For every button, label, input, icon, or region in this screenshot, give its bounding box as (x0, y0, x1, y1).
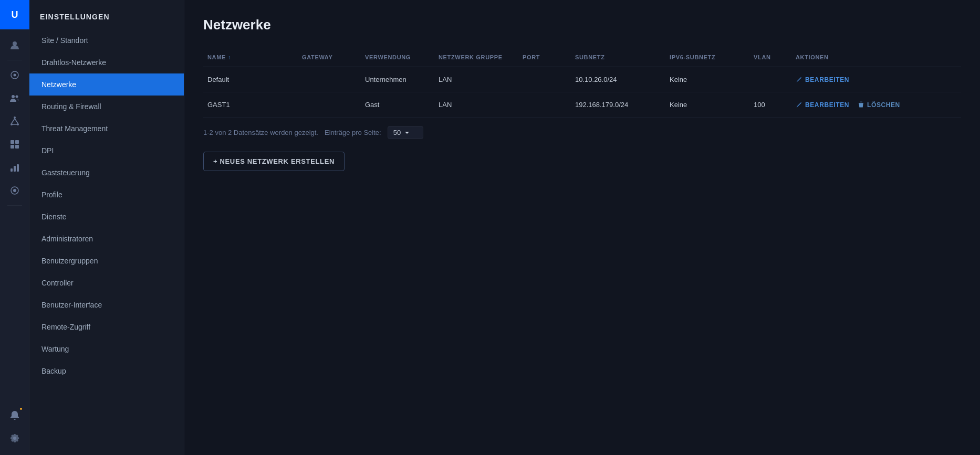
clients-icon[interactable] (4, 88, 25, 109)
col-vlan: VLAN (749, 52, 791, 62)
sidebar-item-wartung[interactable]: Wartung (29, 338, 184, 360)
main-content: Netzwerke NAME ↑ GATEWAY VERWENDUNG NETZ… (184, 0, 980, 455)
row-default-gruppe: LAN (434, 68, 518, 91)
trash-icon (858, 101, 864, 108)
col-aktionen: AKTIONEN (791, 52, 961, 62)
svg-point-2 (13, 41, 17, 46)
row-default-verwendung: Unternehmen (361, 68, 434, 91)
svg-text:U: U (11, 9, 18, 20)
circle-icon[interactable] (4, 180, 25, 201)
pagination-info: 1-2 von 2 Datensätze werden gezeigt. (203, 129, 318, 136)
page-title: Netzwerke (203, 17, 961, 33)
row-gast1-subnetz: 192.168.179.0/24 (571, 93, 665, 116)
svg-point-5 (12, 95, 15, 98)
col-gateway: GATEWAY (298, 52, 361, 62)
row-default-vlan (749, 72, 791, 87)
networks-table: NAME ↑ GATEWAY VERWENDUNG NETZWERK GRUPP… (203, 48, 961, 118)
icon-bar-items (0, 29, 29, 209)
settings-icon[interactable] (4, 428, 25, 449)
svg-point-7 (14, 117, 16, 119)
sidebar-item-controller[interactable]: Controller (29, 272, 184, 294)
sidebar: EINSTELLUNGEN Site / StandortDrahtlos-Ne… (29, 0, 184, 455)
bearbeiten-gast1-button[interactable]: BEARBEITEN (796, 101, 849, 109)
icon-bar: U (0, 0, 29, 455)
row-gast1-ipv6: Keine (665, 93, 749, 116)
sidebar-item-threat-management[interactable]: Threat Management (29, 118, 184, 140)
col-verwendung: VERWENDUNG (361, 52, 434, 62)
svg-line-11 (15, 119, 18, 123)
main-content-area: Netzwerke NAME ↑ GATEWAY VERWENDUNG NETZ… (184, 0, 980, 455)
profile-icon[interactable] (4, 35, 25, 56)
row-gast1-port (518, 98, 571, 112)
svg-rect-16 (15, 145, 19, 149)
col-netzwerk-gruppe: NETZWERK GRUPPE (434, 52, 518, 62)
row-default-ipv6: Keine (665, 68, 749, 91)
sidebar-item-dpi[interactable]: DPI (29, 140, 184, 162)
pagination-row: 1-2 von 2 Datensätze werden gezeigt. Ein… (203, 118, 961, 147)
col-ipv6: IPV6-SUBNETZ (665, 52, 749, 62)
row-gast1-gateway (298, 98, 361, 112)
bearbeiten-default-button[interactable]: BEARBEITEN (796, 76, 849, 83)
sort-asc-icon: ↑ (228, 55, 231, 60)
row-default-subnetz: 10.10.26.0/24 (571, 68, 665, 91)
row-default-port (518, 72, 571, 87)
svg-point-4 (13, 74, 16, 77)
row-gast1-name: GAST1 (203, 93, 298, 116)
svg-point-21 (13, 189, 16, 192)
app-logo[interactable]: U (0, 0, 29, 29)
per-page-value: 50 (393, 129, 401, 136)
sidebar-item-site-standort[interactable]: Site / Standort (29, 29, 184, 51)
icon-bar-bottom (4, 404, 25, 455)
notifications-icon[interactable] (4, 405, 25, 426)
row-gast1-gruppe: LAN (434, 93, 518, 116)
create-network-button[interactable]: + NEUES NETZWERK ERSTELLEN (203, 152, 345, 171)
grid-icon[interactable] (4, 134, 25, 155)
sidebar-item-benutzer-interface[interactable]: Benutzer-Interface (29, 294, 184, 316)
sidebar-item-netzwerke[interactable]: Netzwerke (29, 73, 184, 96)
bar-chart-icon[interactable] (4, 157, 25, 178)
table-header: NAME ↑ GATEWAY VERWENDUNG NETZWERK GRUPP… (203, 48, 961, 67)
table-row: Default Unternehmen LAN 10.10.26.0/24 Ke… (203, 67, 961, 92)
svg-rect-19 (17, 164, 19, 172)
svg-rect-15 (11, 145, 14, 149)
row-gast1-vlan: 100 (749, 93, 791, 116)
sidebar-item-profile[interactable]: Profile (29, 184, 184, 206)
col-name: NAME ↑ (203, 52, 298, 62)
row-default-name: Default (203, 68, 298, 91)
chevron-down-icon (404, 130, 410, 136)
edit-icon (796, 101, 802, 108)
per-page-label: Einträge pro Seite: (325, 129, 381, 136)
row-default-actions: BEARBEITEN (791, 69, 961, 91)
svg-line-10 (12, 119, 15, 123)
dashboard-icon[interactable] (4, 65, 25, 86)
col-subnetz: SUBNETZ (571, 52, 665, 62)
sidebar-item-remote-zugriff[interactable]: Remote-Zugriff (29, 316, 184, 338)
edit-icon (796, 76, 802, 83)
col-port: PORT (518, 52, 571, 62)
divider-2 (7, 205, 22, 206)
sidebar-item-drahtlos-netzwerke[interactable]: Drahtlos-Netzwerke (29, 51, 184, 73)
row-gast1-verwendung: Gast (361, 93, 434, 116)
sidebar-item-gaststeuerung[interactable]: Gaststeuerung (29, 162, 184, 184)
sidebar-header: EINSTELLUNGEN (29, 0, 184, 29)
per-page-select[interactable]: 50 (388, 126, 423, 139)
loeschen-gast1-button[interactable]: LÖSCHEN (858, 101, 900, 109)
svg-point-6 (15, 96, 18, 98)
svg-rect-17 (11, 168, 13, 172)
sidebar-item-routing-firewall[interactable]: Routing & Firewall (29, 96, 184, 118)
svg-rect-13 (11, 140, 14, 144)
svg-rect-18 (14, 166, 16, 172)
row-default-gateway (298, 72, 361, 87)
sidebar-item-backup[interactable]: Backup (29, 360, 184, 382)
divider-1 (7, 60, 22, 60)
row-gast1-actions: BEARBEITEN LÖSCHEN (791, 94, 961, 116)
sidebar-item-benutzergruppen[interactable]: Benutzergruppen (29, 250, 184, 272)
sidebar-items: Site / StandortDrahtlos-NetzwerkeNetzwer… (29, 29, 184, 382)
sidebar-item-administratoren[interactable]: Administratoren (29, 228, 184, 250)
svg-rect-14 (15, 140, 19, 144)
topology-icon[interactable] (4, 111, 25, 132)
sidebar-item-dienste[interactable]: Dienste (29, 206, 184, 228)
table-row: GAST1 Gast LAN 192.168.179.0/24 Keine 10… (203, 92, 961, 118)
